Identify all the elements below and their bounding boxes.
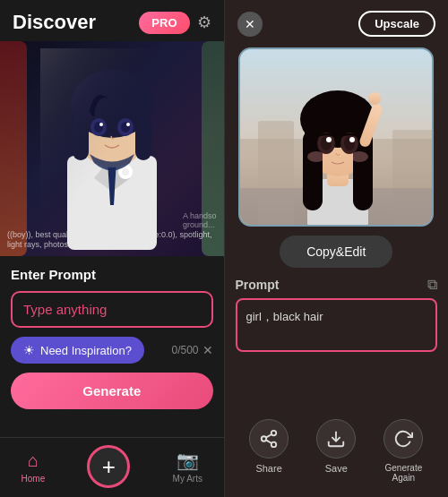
header-right: PRO ⚙ [139, 12, 211, 34]
svg-point-39 [368, 92, 381, 105]
generate-again-action[interactable]: GenerateAgain [383, 419, 423, 483]
svg-point-42 [271, 442, 277, 448]
camera-icon: 📷 [177, 450, 199, 471]
watermark: A handsoground... [183, 211, 217, 229]
prompt-input[interactable]: Type anything [11, 291, 213, 328]
nav-home[interactable]: ⌂ Home [22, 450, 46, 484]
share-label: Share [255, 463, 281, 474]
nav-add[interactable]: + [87, 445, 130, 488]
save-circle [316, 419, 356, 458]
right-actions: Share Save GenerateAgain [225, 407, 449, 497]
svg-point-34 [326, 137, 332, 142]
right-panel: ✕ Upscale [225, 0, 449, 497]
app-title: Discover [13, 11, 96, 34]
left-panel: Discover PRO ⚙ [0, 0, 224, 497]
svg-point-36 [307, 151, 325, 162]
svg-line-44 [266, 434, 271, 438]
copy-edit-button[interactable]: Copy&Edit [280, 236, 392, 268]
enter-prompt-label: Enter Prompt [11, 267, 213, 282]
inspiration-row: ☀ Need Inspiration? 0/500 ✕ [11, 337, 213, 364]
svg-point-35 [349, 137, 355, 142]
left-header: Discover PRO ⚙ [0, 0, 224, 41]
generated-image [238, 47, 434, 227]
generate-again-label: GenerateAgain [385, 463, 423, 483]
share-circle [249, 419, 289, 458]
generate-again-circle [383, 419, 423, 458]
add-button[interactable]: + [87, 445, 130, 488]
right-header: ✕ Upscale [225, 0, 449, 47]
svg-point-37 [350, 151, 368, 162]
share-action[interactable]: Share [249, 419, 289, 483]
svg-rect-17 [40, 48, 184, 250]
bottom-nav: ⌂ Home + 📷 My Arts [0, 437, 224, 497]
svg-point-41 [262, 436, 267, 441]
copy-icon[interactable]: ⧉ [427, 277, 437, 293]
char-count: 0/500 ✕ [171, 343, 212, 357]
prompt-text: girl，black hair [236, 298, 438, 352]
prompt-section-label: Prompt [236, 278, 280, 292]
close-button[interactable]: ✕ [237, 12, 263, 37]
sun-icon: ☀ [23, 343, 35, 357]
generate-button[interactable]: Generate [11, 373, 213, 409]
upscale-button[interactable]: Upscale [358, 11, 435, 37]
inspiration-button[interactable]: ☀ Need Inspiration? [11, 337, 144, 364]
home-icon: ⌂ [28, 450, 39, 471]
prompt-section: Prompt ⧉ girl，black hair [225, 277, 449, 407]
pro-button[interactable]: PRO [139, 12, 189, 34]
plus-icon: + [102, 455, 116, 478]
gear-icon[interactable]: ⚙ [197, 13, 211, 32]
save-label: Save [325, 463, 348, 474]
arts-label: My Arts [173, 474, 202, 484]
left-bottom: Enter Prompt Type anything ☀ Need Inspir… [0, 256, 224, 437]
prompt-header: Prompt ⧉ [236, 277, 438, 293]
nav-arts[interactable]: 📷 My Arts [173, 450, 202, 484]
svg-point-40 [271, 431, 277, 436]
svg-line-43 [266, 440, 271, 443]
clear-count-icon[interactable]: ✕ [202, 343, 213, 357]
home-label: Home [22, 474, 46, 484]
save-action[interactable]: Save [316, 419, 356, 483]
hero-image: ((boy)), best quality, intricate details… [0, 41, 224, 256]
